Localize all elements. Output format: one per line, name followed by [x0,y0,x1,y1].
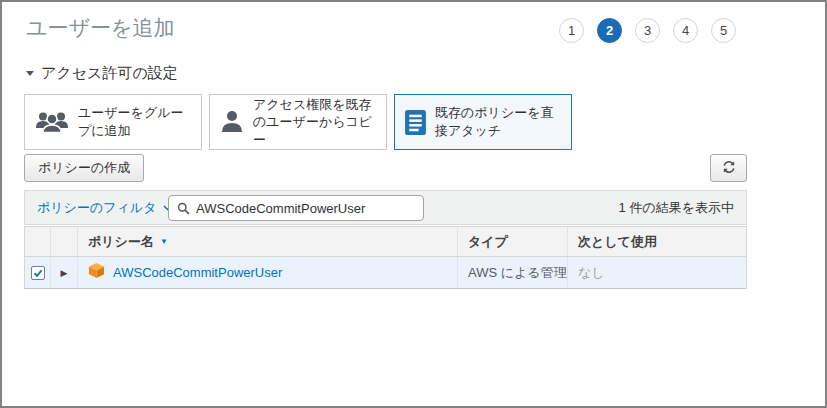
option-copy-permissions[interactable]: アクセス権限を既存のユーザーからコピー [209,94,387,150]
option-label: 既存のポリシーを直接アタッチ [435,104,561,139]
row-policy-name-cell: AWSCodeCommitPowerUser [78,257,458,288]
table-header-row: ポリシー名 ▼ タイプ 次として使用 [24,226,747,257]
step-4: 4 [673,18,698,43]
policy-name-header-label: ポリシー名 [88,233,154,251]
permissions-section-header[interactable]: アクセス許可の設定 [26,64,178,83]
step-3: 3 [635,18,660,43]
step-indicator: 1 2 3 4 5 [559,18,736,43]
step-1: 1 [559,18,584,43]
results-count-text: 1 件の結果を表示中 [619,191,734,224]
policy-filter-label: ポリシーのフィルタ [37,199,156,217]
step-5: 5 [711,18,736,43]
row-checkbox-checked[interactable] [31,266,45,280]
type-header-label: タイプ [468,233,508,251]
sort-desc-icon: ▼ [160,237,168,246]
option-attach-existing-policies[interactable]: 既存のポリシーを直接アタッチ [394,94,572,150]
policy-document-icon [405,110,426,135]
used-as-header-label: 次として使用 [578,233,657,251]
add-user-page: ユーザーを追加 1 2 3 4 5 アクセス許可の設定 ユーザーをグループに追加 [0,0,827,408]
header-expand-cell [51,227,78,256]
table-row: ▶ AWSCodeCommitPowerUser AWS による管理 なし [24,257,747,289]
user-icon [220,110,244,134]
permission-option-cards: ユーザーをグループに追加 アクセス権限を既存のユーザーからコピー [24,94,572,150]
policy-filter-dropdown[interactable]: ポリシーのフィルタ [37,199,172,217]
check-icon [33,268,43,278]
search-icon [177,202,190,215]
policies-table: ポリシー名 ▼ タイプ 次として使用 ▶ [24,226,747,289]
header-policy-name[interactable]: ポリシー名 ▼ [78,227,458,256]
page-title: ユーザーを追加 [26,14,174,42]
refresh-button[interactable] [710,154,747,182]
policy-name-link[interactable]: AWSCodeCommitPowerUser [113,265,282,280]
step-2-active: 2 [597,18,622,43]
expand-row-icon[interactable]: ▶ [61,268,68,278]
collapse-caret-icon [26,71,34,76]
policy-search-input[interactable] [196,201,415,216]
option-add-user-to-group[interactable]: ユーザーをグループに追加 [24,94,202,150]
row-checkbox-cell [25,257,51,288]
create-policy-button[interactable]: ポリシーの作成 [24,154,144,182]
user-group-icon [35,111,69,133]
row-type-cell: AWS による管理 [458,257,568,288]
option-label: ユーザーをグループに追加 [78,104,191,139]
header-used-as: 次として使用 [568,227,746,256]
section-title: アクセス許可の設定 [41,64,178,83]
option-label: アクセス権限を既存のユーザーからコピー [253,96,376,149]
managed-policy-cube-icon [88,262,105,283]
row-expand-cell: ▶ [51,257,78,288]
policy-filter-bar: ポリシーのフィルタ 1 件の結果を表示中 [24,190,747,225]
policy-search-box [168,195,424,221]
policy-type-text: AWS による管理 [468,264,567,282]
refresh-icon [722,160,736,177]
row-used-as-cell: なし [568,257,746,288]
header-type: タイプ [458,227,568,256]
used-as-text: なし [578,264,605,282]
header-checkbox-cell [25,227,51,256]
